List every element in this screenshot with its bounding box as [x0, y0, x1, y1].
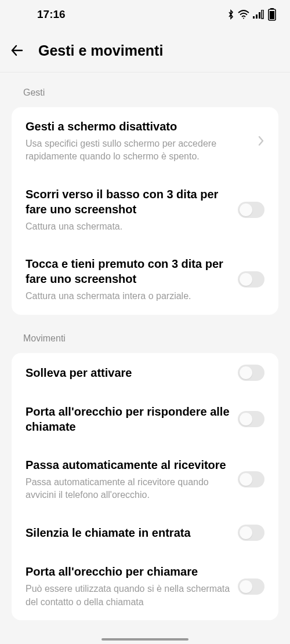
- bluetooth-icon: [227, 9, 234, 20]
- toggle-silence-incoming[interactable]: [238, 525, 264, 541]
- wifi-icon: [238, 10, 249, 19]
- toggle-knob: [240, 203, 252, 216]
- svg-point-0: [243, 18, 244, 19]
- back-button[interactable]: [8, 41, 27, 60]
- home-indicator[interactable]: [102, 638, 188, 641]
- page-header: Gesti e movimenti: [0, 29, 290, 72]
- svg-rect-3: [259, 12, 260, 19]
- toggle-three-finger-swipe[interactable]: [238, 202, 264, 218]
- row-title: Gesti a schermo disattivato: [26, 119, 251, 134]
- toggle-knob: [240, 473, 252, 486]
- toggle-knob: [240, 580, 252, 593]
- svg-rect-7: [270, 11, 274, 19]
- row-raise-to-answer: Porta all'orecchio per rispondere alle c…: [12, 392, 278, 446]
- chevron-right-icon: [258, 135, 264, 147]
- toggle-knob: [240, 273, 252, 286]
- row-title: Tocca e tieni premuto con 3 dita per far…: [26, 256, 231, 286]
- row-screen-off-gestures[interactable]: Gesti a schermo disattivato Usa specific…: [12, 107, 278, 175]
- toggle-raise-to-answer[interactable]: [238, 411, 264, 427]
- status-bar: 17:16: [0, 0, 290, 29]
- toggle-auto-switch-receiver[interactable]: [238, 471, 264, 487]
- row-title: Porta all'orecchio per chiamare: [26, 564, 231, 579]
- row-title: Silenzia le chiamate in entrata: [26, 525, 231, 540]
- arrow-left-icon: [9, 42, 26, 59]
- row-raise-to-wake: Solleva per attivare: [12, 353, 278, 392]
- row-subtitle: Cattura una schermata intera o parziale.: [26, 290, 231, 303]
- row-title: Solleva per attivare: [26, 365, 231, 380]
- svg-rect-4: [262, 10, 263, 19]
- row-subtitle: Usa specifici gesti sullo schermo per ac…: [26, 137, 251, 163]
- status-icons: [227, 8, 276, 21]
- row-title: Passa automaticamente al ricevitore: [26, 457, 231, 472]
- row-title: Porta all'orecchio per rispondere alle c…: [26, 404, 231, 434]
- row-raise-to-call: Porta all'orecchio per chiamare Può esse…: [12, 552, 278, 620]
- toggle-raise-to-call[interactable]: [238, 578, 264, 595]
- row-three-finger-hold-screenshot: Tocca e tieni premuto con 3 dita per far…: [12, 245, 278, 314]
- section-label-movimenti: Movimenti: [0, 318, 290, 350]
- page-title: Gesti e movimenti: [38, 42, 163, 59]
- svg-rect-2: [256, 14, 258, 19]
- toggle-knob: [240, 413, 252, 425]
- card-gesti: Gesti a schermo disattivato Usa specific…: [12, 107, 278, 315]
- svg-rect-1: [253, 16, 255, 19]
- toggle-three-finger-hold[interactable]: [238, 271, 264, 288]
- row-silence-incoming: Silenzia le chiamate in entrata: [12, 513, 278, 552]
- toggle-knob: [240, 366, 252, 379]
- row-subtitle: Passa automaticamente al ricevitore quan…: [26, 476, 231, 502]
- card-movimenti: Solleva per attivare Porta all'orecchio …: [12, 353, 278, 621]
- row-auto-switch-receiver: Passa automaticamente al ricevitore Pass…: [12, 446, 278, 514]
- status-time: 17:16: [37, 8, 66, 21]
- battery-icon: [268, 8, 276, 21]
- section-label-gesti: Gesti: [0, 72, 290, 104]
- row-title: Scorri verso il basso con 3 dita per far…: [26, 187, 231, 217]
- row-subtitle: Cattura una schermata.: [26, 220, 231, 233]
- row-subtitle: Può essere utilizzata quando si è nella …: [26, 583, 231, 609]
- row-three-finger-swipe-screenshot: Scorri verso il basso con 3 dita per far…: [12, 175, 278, 245]
- toggle-knob: [240, 526, 252, 539]
- signal-icon: [253, 10, 264, 19]
- toggle-raise-to-wake[interactable]: [238, 365, 264, 381]
